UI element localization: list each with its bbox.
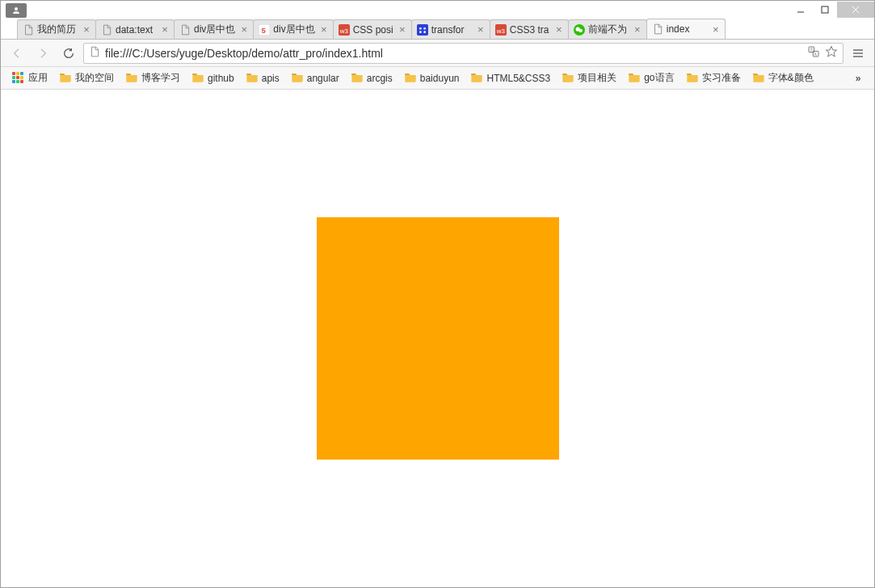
- svg-rect-26: [853, 56, 863, 57]
- tab[interactable]: w3CSS3 tra×: [490, 19, 569, 39]
- tab[interactable]: 我的简历×: [17, 19, 96, 39]
- tab-title: div居中也: [194, 23, 235, 36]
- tab-title: 前端不为: [588, 23, 629, 36]
- demo-orange-box: [317, 217, 559, 460]
- bookmark-label: 博客学习: [141, 71, 180, 85]
- bookmark-label: baiduyun: [420, 73, 460, 84]
- tab-active[interactable]: index×: [646, 19, 726, 39]
- tab-favicon-icon: [179, 24, 191, 36]
- svg-point-18: [578, 28, 582, 32]
- tab-close-icon[interactable]: ×: [159, 24, 170, 36]
- svg-point-11: [423, 27, 426, 29]
- translate-icon[interactable]: 文A: [807, 45, 820, 61]
- bookmark-label: 项目相关: [578, 71, 616, 85]
- svg-point-0: [15, 7, 18, 10]
- folder-icon: [628, 71, 641, 85]
- bookmark-label: github: [208, 73, 234, 84]
- svg-text:文: 文: [810, 47, 814, 52]
- menu-button[interactable]: [847, 42, 869, 65]
- window-titlebar: [1, 1, 874, 19]
- tab-favicon-icon: [574, 24, 585, 36]
- tab-favicon-icon: [23, 24, 34, 36]
- tab-close-icon[interactable]: ×: [81, 24, 92, 36]
- folder-icon: [291, 71, 304, 85]
- page-viewport: [1, 90, 874, 587]
- close-button[interactable]: [837, 2, 874, 18]
- omnibox-actions: 文A: [807, 45, 838, 61]
- svg-text:5: 5: [262, 25, 267, 34]
- back-button[interactable]: [6, 42, 28, 65]
- bookmark-star-icon[interactable]: [825, 45, 838, 61]
- tab-title: data:text: [116, 24, 156, 36]
- folder-icon: [246, 71, 259, 85]
- bookmark-folder[interactable]: 项目相关: [557, 69, 621, 87]
- svg-text:A: A: [814, 52, 818, 57]
- svg-text:w3: w3: [495, 27, 505, 34]
- tab-title: 我的简历: [37, 23, 78, 36]
- folder-icon: [59, 71, 72, 85]
- tab[interactable]: 前端不为×: [568, 19, 647, 39]
- bookmark-folder[interactable]: angular: [286, 69, 344, 87]
- apps-label: 应用: [28, 71, 48, 85]
- folder-icon: [562, 71, 574, 85]
- tab-close-icon[interactable]: ×: [238, 24, 250, 36]
- bookmarks-overflow[interactable]: »: [848, 73, 868, 84]
- folder-icon: [351, 71, 364, 85]
- svg-marker-23: [826, 46, 836, 57]
- bookmark-label: 实习准备: [702, 71, 741, 85]
- bookmark-folder[interactable]: HTML5&CSS3: [465, 69, 555, 87]
- bookmark-folder[interactable]: go语言: [623, 69, 679, 87]
- tab-title: CSS3 tra: [510, 24, 550, 36]
- svg-rect-25: [853, 52, 863, 53]
- tab[interactable]: data:text×: [95, 19, 175, 39]
- bookmark-label: arcgis: [367, 73, 393, 84]
- bookmark-folder[interactable]: arcgis: [346, 69, 398, 87]
- tab-favicon-icon: 5: [259, 24, 270, 36]
- tab-title: transfor: [431, 24, 472, 36]
- bookmark-folder[interactable]: 我的空间: [54, 69, 119, 87]
- svg-point-13: [423, 31, 426, 33]
- tab-strip: 我的简历×data:text×div居中也×5div居中也×w3CSS posi…: [1, 19, 874, 40]
- user-icon[interactable]: [6, 3, 27, 18]
- bookmark-folder[interactable]: baiduyun: [399, 69, 465, 87]
- tab-close-icon[interactable]: ×: [397, 24, 408, 36]
- tab-title: CSS posi: [353, 24, 393, 36]
- tab-favicon-icon: [417, 24, 428, 36]
- tab-close-icon[interactable]: ×: [318, 24, 330, 36]
- bookmark-folder[interactable]: 实习准备: [681, 69, 746, 87]
- tab-close-icon[interactable]: ×: [710, 23, 721, 35]
- folder-icon: [125, 71, 138, 85]
- tab-title: div居中也: [273, 23, 314, 36]
- bookmark-label: 字体&颜色: [768, 71, 814, 85]
- bookmark-folder[interactable]: github: [187, 69, 239, 87]
- url-text: file:///C:/Users/yuge/Desktop/demo/attr_…: [105, 47, 802, 60]
- svg-rect-9: [417, 24, 428, 36]
- tab-title: index: [667, 23, 707, 35]
- svg-point-10: [419, 27, 422, 29]
- tab[interactable]: transfor×: [411, 19, 490, 39]
- apps-shortcut[interactable]: 应用: [7, 69, 53, 87]
- apps-icon: [12, 72, 25, 85]
- reload-button[interactable]: [57, 42, 80, 65]
- folder-icon: [752, 71, 765, 85]
- tab-close-icon[interactable]: ×: [475, 24, 486, 36]
- forward-button[interactable]: [32, 42, 54, 65]
- bookmarks-bar: 应用 我的空间博客学习githubapisangulararcgisbaiduy…: [1, 67, 874, 90]
- bookmark-folder[interactable]: apis: [241, 69, 284, 87]
- bookmark-folder[interactable]: 字体&颜色: [747, 69, 818, 87]
- minimize-button[interactable]: [789, 2, 813, 18]
- page-icon: [89, 46, 100, 60]
- maximize-button[interactable]: [813, 2, 837, 18]
- tab-close-icon[interactable]: ×: [553, 24, 565, 36]
- tab-close-icon[interactable]: ×: [632, 24, 643, 36]
- svg-rect-2: [822, 6, 828, 13]
- folder-icon: [191, 71, 204, 85]
- tab[interactable]: div居中也×: [174, 19, 254, 39]
- tab[interactable]: 5div居中也×: [253, 19, 333, 39]
- tab-favicon-icon: [652, 23, 663, 35]
- folder-icon: [686, 71, 699, 85]
- bookmark-folder[interactable]: 博客学习: [120, 69, 185, 87]
- tab[interactable]: w3CSS posi×: [333, 19, 412, 39]
- address-bar[interactable]: file:///C:/Users/yuge/Desktop/demo/attr_…: [83, 43, 843, 64]
- toolbar: file:///C:/Users/yuge/Desktop/demo/attr_…: [1, 40, 874, 67]
